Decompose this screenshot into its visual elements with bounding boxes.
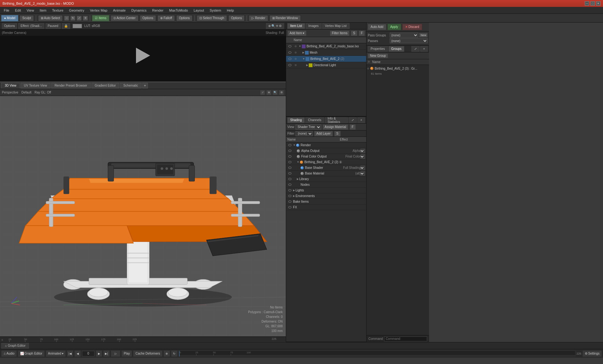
finalcolor-effect-select[interactable]: ▾ — [361, 154, 365, 159]
prev-frame-button[interactable]: ◀ — [74, 351, 81, 357]
filter-items-field[interactable]: Filter Items — [330, 30, 350, 36]
move-icon[interactable]: ↔ — [64, 16, 69, 21]
basematerial-effect-select[interactable]: ▾ — [361, 171, 365, 176]
rotate-icon[interactable]: ↻ — [70, 16, 75, 21]
expand-arrow[interactable]: ▶ — [293, 189, 295, 192]
item-visibility-toggle[interactable] — [287, 44, 292, 49]
paused-button[interactable]: Paused — [46, 23, 61, 29]
menu-render[interactable]: Render — [149, 8, 166, 13]
expand-arrow[interactable]: ▼ — [299, 45, 301, 48]
shading-item[interactable]: Alpha Output Alpha ▾ — [286, 148, 366, 154]
shading-vis[interactable] — [287, 194, 292, 199]
shading-item[interactable]: FX — [286, 205, 366, 210]
expand-arrow[interactable]: ▶ — [306, 64, 308, 67]
select-options-button[interactable]: Options — [228, 15, 245, 21]
item-list-tab[interactable]: Item List — [287, 23, 305, 29]
maximize-button[interactable]: □ — [590, 1, 595, 6]
apply-button[interactable]: Apply — [388, 24, 401, 30]
group-row[interactable]: ⊙ Birthing_Bed_AVE_2 (3) : Gr... — [367, 66, 428, 71]
tab-schematic[interactable]: Schematic — [120, 83, 142, 88]
vertex-map-tab[interactable]: Vertex Map List — [322, 23, 350, 29]
item-cam-toggle[interactable]: ⊙ — [293, 56, 298, 62]
shading-item[interactable]: Nodes — [286, 182, 366, 188]
graph-editor-button[interactable]: 📈 Graph Editor — [18, 351, 45, 357]
settings-button[interactable]: ⚙ Settings — [583, 351, 602, 357]
item-cam-toggle[interactable]: ⊙ — [293, 44, 298, 49]
channels-tab[interactable]: Channels — [305, 117, 324, 123]
cache-deformers-button[interactable]: Cache Deformers — [133, 351, 162, 357]
add-item-button[interactable]: Add Item ▾ — [287, 30, 307, 36]
f-button[interactable]: F — [359, 30, 365, 36]
shading-item[interactable]: Bake Items — [286, 199, 366, 205]
menu-layout[interactable]: Layout — [191, 8, 206, 13]
item-cam-toggle[interactable]: ⊙ — [293, 63, 298, 68]
baseshader-effect-select[interactable]: ▾ — [361, 166, 365, 170]
shading-vis[interactable] — [287, 165, 292, 170]
shading-vis[interactable] — [287, 154, 292, 159]
new-pass-group-button[interactable]: New — [419, 33, 428, 38]
expand-arrow[interactable]: ▼ — [297, 161, 299, 163]
play-button[interactable] — [133, 46, 152, 65]
item-visibility-toggle[interactable] — [287, 50, 292, 55]
prev-keyframe-button[interactable]: |◀ — [67, 351, 73, 357]
menu-dynamics[interactable]: Dynamics — [129, 8, 149, 13]
expand-arrow[interactable]: ▶ — [293, 195, 295, 197]
expand-arrow[interactable]: ▼ — [293, 144, 296, 147]
items-button[interactable]: ☑ Items — [92, 15, 109, 21]
menu-view[interactable]: View — [24, 8, 37, 13]
menu-system[interactable]: System — [207, 8, 224, 13]
shading-item[interactable]: ▶ Environments — [286, 193, 366, 199]
item-row[interactable]: ⊙ ▶ Directional Light — [286, 62, 366, 68]
select-through-button[interactable]: ⊡ Select Through — [197, 15, 227, 21]
discard-button[interactable]: ✕ Discard — [402, 24, 422, 30]
tab-render-preset[interactable]: Render Preset Browser — [51, 83, 91, 88]
shading-f-button[interactable]: F — [350, 124, 356, 130]
lock-button[interactable]: 🔒 — [62, 23, 70, 29]
falloff-options-button[interactable]: Options — [176, 15, 193, 21]
assign-material-button[interactable]: Assign Material — [323, 124, 348, 130]
pass-groups-select[interactable]: (none) — [390, 33, 418, 38]
shading-tab[interactable]: Shading — [287, 117, 305, 123]
shader-tree-select[interactable]: Shader Tree — [296, 125, 321, 130]
groups-tab[interactable]: Groups — [388, 46, 405, 52]
sculpt-mode-button[interactable]: Sculpt — [19, 15, 34, 21]
action-center-button[interactable]: ⊙ Action Center — [111, 15, 139, 21]
shading-vis[interactable] — [287, 177, 292, 182]
images-tab[interactable]: Images — [306, 23, 322, 29]
minimize-button[interactable]: ─ — [585, 1, 589, 6]
viewport-expand-button[interactable]: ⤢ — [260, 90, 265, 95]
command-input[interactable] — [384, 336, 427, 341]
shading-list[interactable]: ▼ Render Alpha Output Alpha ▾ — [286, 142, 366, 342]
shading-vis[interactable] — [287, 171, 292, 176]
graph-editor-tab[interactable]: ♫ Graph Editor — [1, 343, 29, 349]
item-cam-toggle[interactable]: ⊙ — [293, 50, 298, 55]
shading-expand[interactable]: ⤢ — [349, 117, 357, 123]
options-button[interactable]: Options — [2, 23, 17, 29]
item-row[interactable]: ⊙ ▼ Birthing_Bed_AVE_2 (2) — [286, 56, 366, 62]
next-keyframe-button[interactable]: ▶| — [103, 351, 110, 357]
filter-s-button[interactable]: S — [334, 131, 341, 136]
close-button[interactable]: ✕ — [596, 1, 600, 6]
passes-select[interactable]: (none) — [390, 38, 428, 43]
groups-more[interactable]: + — [420, 46, 428, 52]
extra-transport-1[interactable]: ⊕ — [164, 351, 170, 357]
item-row[interactable]: ⊙ ▼ Birthing_Bed_AVE_2_modo_base.lxo — [286, 43, 366, 50]
play-button-labeled[interactable]: Play — [122, 351, 132, 357]
frame-input[interactable] — [82, 351, 95, 356]
viewport-icons[interactable]: ⊕🔍✛⚙ — [266, 23, 284, 29]
model-mode-button[interactable]: ● Model — [1, 15, 18, 21]
menu-vertex-map[interactable]: Vertex Map — [87, 8, 110, 13]
shading-item[interactable]: Base Material (all) ▾ — [286, 171, 366, 176]
item-list-content[interactable]: ⊙ ▼ Birthing_Bed_AVE_2_modo_base.lxo ⊙ ▶… — [286, 43, 366, 116]
audio-button[interactable]: ♫ Audio — [1, 351, 17, 357]
menu-maxtomodo[interactable]: MaxToModo — [167, 8, 191, 13]
menu-animate[interactable]: Animate — [111, 8, 128, 13]
play-forward-button[interactable]: ▷ — [111, 351, 120, 357]
tab-3d-view[interactable]: 3D View — [1, 83, 20, 88]
shading-item[interactable]: Final Color Output Final Color ▾ — [286, 154, 366, 159]
shading-vis[interactable] — [287, 143, 292, 148]
timeline-ruler[interactable]: 0 25 50 75 100 — [179, 351, 575, 357]
scale-icon[interactable]: ⤢ — [77, 16, 82, 21]
extra-transport-2[interactable]: ↻ — [171, 351, 177, 357]
new-group-button[interactable]: New Group — [368, 53, 388, 58]
